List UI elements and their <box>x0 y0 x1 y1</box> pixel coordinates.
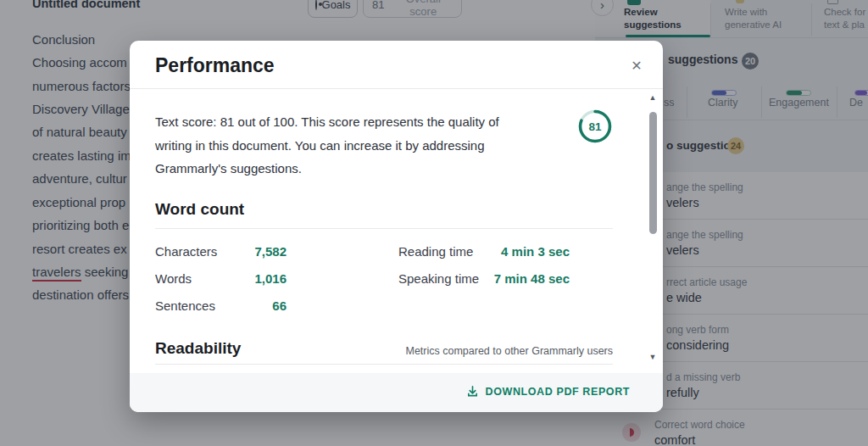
scroll-up-icon[interactable]: ▲ <box>647 93 659 102</box>
stat-value: 7,582 <box>181 244 287 259</box>
close-icon[interactable]: ✕ <box>626 56 647 76</box>
download-icon <box>466 385 479 398</box>
scroll-down-icon[interactable]: ▼ <box>647 353 659 361</box>
stat-value: 66 <box>181 298 287 313</box>
word-count-heading: Word count <box>155 200 244 219</box>
stat-value: 7 min 48 sec <box>392 271 570 286</box>
score-value: 81 <box>577 109 613 144</box>
performance-modal: Performance ✕ Text score: 81 out of 100.… <box>130 41 663 412</box>
modal-title: Performance <box>155 54 275 77</box>
section-divider <box>155 364 613 365</box>
score-ring: 81 <box>577 109 613 144</box>
stat-value: 1,016 <box>181 271 287 286</box>
readability-note: Metrics compared to other Grammarly user… <box>359 345 613 357</box>
download-pdf-button[interactable]: DOWNLOAD PDF REPORT <box>466 385 630 398</box>
download-label: DOWNLOAD PDF REPORT <box>486 386 630 398</box>
score-description: Text score: 81 out of 100. This score re… <box>155 110 528 181</box>
header-divider <box>130 88 663 89</box>
readability-heading: Readability <box>155 339 241 358</box>
section-divider <box>155 228 613 229</box>
stat-value: 4 min 3 sec <box>392 244 570 259</box>
modal-footer: DOWNLOAD PDF REPORT <box>130 373 663 412</box>
modal-scrollbar[interactable] <box>649 112 657 234</box>
grammarly-app: Untitled document Goals 81 Overall score… <box>0 0 868 446</box>
